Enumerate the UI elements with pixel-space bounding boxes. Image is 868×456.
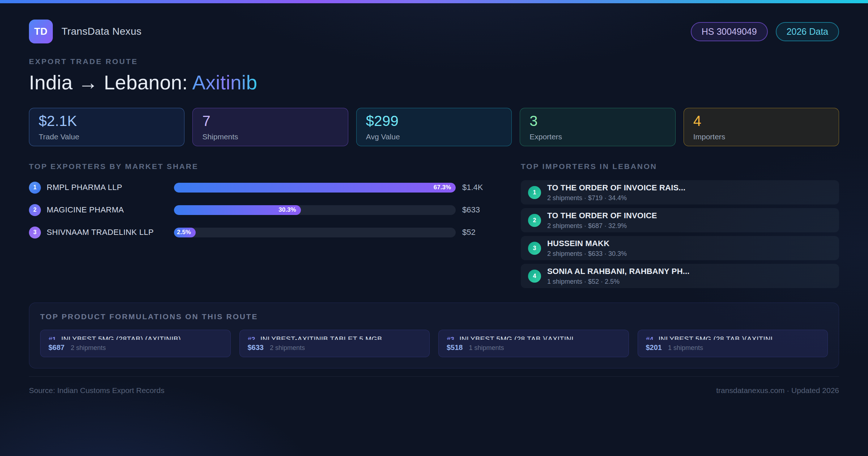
footer-site-link[interactable]: transdatanexus.com · Updated 2026 [716, 386, 839, 395]
product-card[interactable]: #4 INLYBEST 5MG (28 TAB )(AXITINI... $20… [638, 330, 828, 357]
market-share-bar-fill: 67.3% [174, 183, 456, 193]
rank-badge: 4 [528, 270, 541, 283]
product-name: INLYBEST 5MG (28 TAB )(AXITINI... [459, 335, 580, 340]
market-share-bar-track: 67.3% [174, 183, 456, 193]
header-badges: HS 30049049 2026 Data [691, 22, 839, 41]
market-share-bar-fill: 30.3% [174, 205, 301, 215]
hs-code-badge[interactable]: HS 30049049 [691, 22, 768, 41]
products-heading: TOP PRODUCT FORMULATIONS ON THIS ROUTE [40, 312, 828, 321]
stat-label: Shipments [202, 132, 338, 141]
product-name: INLYBEST 5MG (28TAB) (AXITINIB) [61, 335, 181, 340]
stat-label: Importers [693, 132, 829, 141]
products-list: #1 INLYBEST 5MG (28TAB) (AXITINIB) $687 … [40, 330, 828, 357]
columns: TOP EXPORTERS BY MARKET SHARE 1 RMPL PHA… [29, 162, 839, 288]
importer-name: TO THE ORDER OF INVOICE RAIS... [547, 183, 685, 193]
app-logo: TD [29, 20, 53, 43]
importers-list: 1 TO THE ORDER OF INVOICE RAIS... 2 ship… [521, 180, 839, 288]
page: TD TransData Nexus HS 30049049 2026 Data… [0, 20, 868, 395]
importer-name: SONIA AL RAHBANI, RAHBANY PH... [547, 267, 690, 276]
product-value: $687 [48, 343, 65, 352]
exporter-name: SHIVNAAM TRADELINK LLP [47, 228, 174, 237]
product-rank: #4 [646, 335, 654, 340]
product-shipments: 2 shipments [71, 344, 106, 352]
exporter-name: MAGICINE PHARMA [47, 205, 174, 215]
product-name: INLYBEST-AXITINIB TABLET 5 MGB... [260, 335, 388, 340]
stat-card-avg-value: $299 Avg Value [356, 108, 512, 146]
app-title: TransData Nexus [61, 26, 141, 37]
rank-badge: 1 [29, 182, 41, 194]
exporter-name: RMPL PHARMA LLP [47, 183, 174, 192]
footer: Source: Indian Customs Export Records tr… [29, 376, 839, 395]
product-name: INLYBEST 5MG (28 TAB )(AXITINI... [659, 335, 779, 340]
exporter-row[interactable]: 3 SHIVNAAM TRADELINK LLP 2.5% $52 [29, 225, 488, 240]
brand[interactable]: TD TransData Nexus [29, 20, 141, 43]
rank-badge: 1 [528, 186, 541, 199]
year-badge[interactable]: 2026 Data [776, 22, 839, 41]
stats-row: $2.1K Trade Value 7 Shipments $299 Avg V… [29, 108, 839, 146]
importer-item[interactable]: 3 HUSSEIN MAKK 2 shipments · $633 · 30.3… [521, 236, 839, 260]
importers-section: TOP IMPORTERS IN LEBANON 1 TO THE ORDER … [521, 162, 839, 288]
rank-badge: 2 [29, 204, 41, 216]
product-shipments: 1 shipments [668, 344, 703, 352]
importer-item[interactable]: 1 TO THE ORDER OF INVOICE RAIS... 2 ship… [521, 180, 839, 204]
stat-label: Trade Value [39, 132, 175, 141]
product-value: $201 [646, 343, 662, 352]
market-share-percent: 30.3% [278, 206, 301, 214]
stat-card-shipments: 7 Shipments [192, 108, 348, 146]
page-title-route: India → Lebanon: [29, 71, 188, 94]
stat-value: $2.1K [39, 113, 175, 129]
importer-meta: 2 shipments · $687 · 32.9% [547, 222, 657, 230]
importer-item[interactable]: 4 SONIA AL RAHBANI, RAHBANY PH... 1 ship… [521, 264, 839, 288]
exporter-value: $1.4K [462, 183, 488, 192]
market-share-bar-track: 2.5% [174, 228, 456, 237]
exporter-row[interactable]: 1 RMPL PHARMA LLP 67.3% $1.4K [29, 180, 488, 195]
product-rank: #3 [447, 335, 454, 340]
exporters-heading: TOP EXPORTERS BY MARKET SHARE [29, 162, 488, 171]
product-rank: #1 [48, 335, 56, 340]
exporter-row[interactable]: 2 MAGICINE PHARMA 30.3% $633 [29, 203, 488, 217]
rank-badge: 2 [528, 214, 541, 227]
product-shipments: 2 shipments [270, 344, 305, 352]
footer-source: Source: Indian Customs Export Records [29, 386, 165, 395]
importer-name: HUSSEIN MAKK [547, 239, 627, 248]
rank-badge: 3 [29, 227, 41, 238]
exporters-section: TOP EXPORTERS BY MARKET SHARE 1 RMPL PHA… [29, 162, 488, 288]
rank-badge: 3 [528, 242, 541, 255]
market-share-percent: 2.5% [177, 229, 196, 236]
exporter-value: $633 [462, 205, 488, 215]
page-title: India → Lebanon: Axitinib [29, 71, 839, 94]
market-share-percent: 67.3% [434, 184, 456, 191]
product-value: $518 [447, 343, 463, 352]
products-panel: TOP PRODUCT FORMULATIONS ON THIS ROUTE #… [29, 303, 839, 368]
product-rank: #2 [248, 335, 255, 340]
importer-meta: 2 shipments · $633 · 30.3% [547, 250, 627, 258]
eyebrow-label: EXPORT TRADE ROUTE [29, 57, 839, 66]
product-value: $633 [248, 343, 264, 352]
stat-label: Avg Value [366, 132, 502, 141]
importer-item[interactable]: 2 TO THE ORDER OF INVOICE 2 shipments · … [521, 208, 839, 232]
importer-meta: 1 shipments · $52 · 2.5% [547, 278, 690, 286]
exporter-value: $52 [462, 228, 488, 237]
page-title-product: Axitinib [192, 71, 258, 94]
stat-value: 7 [202, 113, 338, 129]
stat-label: Exporters [529, 132, 665, 141]
importer-meta: 2 shipments · $719 · 34.4% [547, 194, 685, 202]
importer-name: TO THE ORDER OF INVOICE [547, 211, 657, 220]
importers-heading: TOP IMPORTERS IN LEBANON [521, 162, 839, 171]
product-card[interactable]: #2 INLYBEST-AXITINIB TABLET 5 MGB... $63… [239, 330, 430, 357]
market-share-bar-fill: 2.5% [174, 228, 196, 237]
product-card[interactable]: #1 INLYBEST 5MG (28TAB) (AXITINIB) $687 … [40, 330, 231, 357]
stat-card-trade-value: $2.1K Trade Value [29, 108, 184, 146]
exporters-list: 1 RMPL PHARMA LLP 67.3% $1.4K 2 MAGICINE… [29, 180, 488, 240]
stat-card-exporters: 3 Exporters [520, 108, 675, 146]
stat-value: $299 [366, 113, 502, 129]
market-share-bar-track: 30.3% [174, 205, 456, 215]
stat-card-importers: 4 Importers [684, 108, 839, 146]
stat-value: 4 [693, 113, 829, 129]
product-shipments: 1 shipments [469, 344, 504, 352]
top-accent-bar [0, 0, 868, 3]
stat-value: 3 [529, 113, 665, 129]
header: TD TransData Nexus HS 30049049 2026 Data [29, 20, 839, 43]
product-card[interactable]: #3 INLYBEST 5MG (28 TAB )(AXITINI... $51… [438, 330, 629, 357]
